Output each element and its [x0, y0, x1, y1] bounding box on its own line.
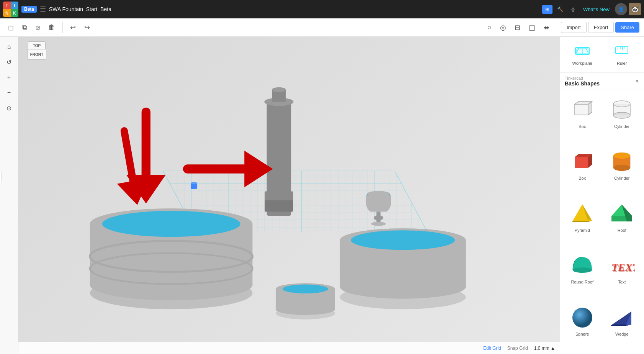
- small-object: [191, 182, 197, 189]
- pillar-base-section: [265, 200, 293, 212]
- shape-item-cylinder-orange[interactable]: Cylinder: [603, 145, 641, 195]
- svg-rect-24: [575, 104, 588, 115]
- ruler-label: Ruler: [617, 61, 627, 66]
- code-button[interactable]: {}: [568, 5, 578, 14]
- avatar-button[interactable]: 🐼: [629, 3, 641, 15]
- app-logo: T I N K: [3, 2, 18, 17]
- pillar-tube-cap: [272, 87, 286, 92]
- svg-point-7: [191, 182, 197, 184]
- canvas[interactable]: TOP FRONT: [18, 37, 560, 354]
- panel-top: Workplane Ruler: [560, 37, 644, 73]
- panel-collapse-button[interactable]: ›: [0, 171, 2, 183]
- shape-item-box-wire[interactable]: Box: [563, 93, 602, 143]
- copy-button[interactable]: ⧉: [19, 21, 31, 34]
- undo-button[interactable]: ↩: [67, 21, 79, 34]
- tools-button[interactable]: 🔨: [554, 5, 567, 14]
- shape-preview-cylinder-wire: [606, 97, 637, 123]
- fit-view-button[interactable]: ⊙: [2, 101, 16, 115]
- scene-svg: [18, 37, 560, 354]
- logo-n: N: [3, 9, 11, 17]
- workplane-icon: [575, 44, 590, 59]
- document-title[interactable]: SWA Fountain_Start_Beta: [49, 6, 539, 12]
- svg-point-52: [572, 308, 592, 328]
- shape-item-sphere[interactable]: Sphere: [563, 301, 602, 351]
- share-button[interactable]: Share: [615, 22, 639, 33]
- basin3-water: [283, 284, 328, 293]
- home-view-button[interactable]: ⌂: [2, 40, 16, 54]
- basin2-water: [351, 230, 455, 250]
- duplicate-button[interactable]: ⧇: [32, 21, 43, 34]
- shape-item-roof[interactable]: Roof: [603, 197, 641, 247]
- svg-point-34: [613, 112, 630, 118]
- shape-label-cylinder-orange: Cylinder: [614, 176, 629, 180]
- topbar-right: ⊞ 🔨 {} What's New 👤 🐼: [542, 3, 641, 15]
- svg-point-4: [371, 222, 386, 226]
- svg-point-39: [613, 152, 630, 159]
- 3d-scene: [18, 37, 560, 354]
- shape-label-roof: Roof: [618, 228, 626, 233]
- light-button[interactable]: ○: [484, 21, 495, 34]
- shape-label-box-red: Box: [579, 176, 586, 180]
- shape-label-sphere: Sphere: [575, 332, 589, 336]
- svg-rect-18: [577, 49, 588, 53]
- topbar: T I N K Beta ☰ SWA Fountain_Start_Beta ⊞…: [0, 0, 644, 18]
- shape-preview-box-red: [567, 148, 598, 175]
- shape-label-pyramid: Pyramid: [575, 228, 590, 233]
- snap-grid-label: Snap Grid: [507, 346, 528, 351]
- toolbar-divider-2: [557, 22, 557, 33]
- toolbar-divider: [62, 22, 63, 33]
- shape-preview-roof: [606, 200, 637, 227]
- right-panel: › Workplane: [560, 37, 644, 354]
- workplane-button[interactable]: Workplane: [565, 41, 600, 68]
- canvas-background: TOP FRONT: [18, 37, 560, 354]
- whats-new-button[interactable]: What's New: [579, 5, 613, 14]
- shape-label-wedge: Wedge: [615, 332, 629, 336]
- svg-marker-35: [575, 157, 588, 168]
- left-sidebar: ⌂ ↺ + − ⊙: [0, 37, 18, 354]
- ruler-button[interactable]: Ruler: [605, 41, 640, 68]
- align-button[interactable]: ⬌: [540, 21, 553, 34]
- grid-button[interactable]: ⊟: [511, 21, 524, 34]
- rotate-view-button[interactable]: ↺: [2, 55, 16, 69]
- ruler-icon: [614, 44, 629, 59]
- shape-item-wedge[interactable]: Wedge: [603, 301, 641, 351]
- shapes-grid: Box Cylinder: [560, 90, 644, 354]
- comment-button[interactable]: ◎: [497, 21, 510, 34]
- logo-k: K: [11, 9, 18, 17]
- shape-label-round-roof: Round Roof: [571, 280, 593, 284]
- main-area: ⌂ ↺ + − ⊙ TOP FRONT: [0, 37, 644, 354]
- zoom-in-button[interactable]: +: [2, 70, 16, 84]
- shape-item-box-red[interactable]: Box: [563, 145, 602, 195]
- toolbar-right: ○ ◎ ⊟ ◫ ⬌ Import Export Share: [484, 21, 639, 34]
- svg-point-49: [573, 267, 592, 273]
- import-button[interactable]: Import: [561, 22, 587, 33]
- zoom-out-button[interactable]: −: [2, 86, 16, 100]
- shape-item-text[interactable]: TEXT TEXT Text: [603, 249, 641, 299]
- shape-item-cylinder-wire[interactable]: Cylinder: [603, 93, 641, 143]
- shape-preview-wedge: [606, 304, 637, 331]
- shape-preview-sphere: [567, 304, 598, 331]
- export-button[interactable]: Export: [588, 22, 614, 33]
- beta-badge: Beta: [21, 6, 37, 13]
- secondary-toolbar: ◻ ⧉ ⧇ 🗑 ↩ ↪ ○ ◎ ⊟ ◫ ⬌ Import Export Shar…: [0, 18, 644, 37]
- category-value[interactable]: Basic Shapes: [565, 80, 633, 87]
- new-button[interactable]: ◻: [5, 21, 17, 34]
- workplane-label: Workplane: [572, 61, 592, 66]
- shape-preview-text: TEXT TEXT: [606, 252, 637, 279]
- shape-label-cylinder-wire: Cylinder: [614, 124, 629, 129]
- panel-selector: Tinkercad Basic Shapes ▼: [560, 73, 644, 90]
- delete-button[interactable]: 🗑: [45, 21, 59, 34]
- flatten-button[interactable]: ◫: [525, 21, 539, 34]
- edit-grid-button[interactable]: Edit Grid: [483, 346, 501, 351]
- shape-item-pyramid[interactable]: Pyramid: [563, 197, 602, 247]
- shape-preview-round-roof: [567, 252, 598, 279]
- shape-label-text: Text: [618, 280, 626, 284]
- snap-grid-value[interactable]: 1.0 mm ▲: [534, 346, 555, 351]
- grid-view-button[interactable]: ⊞: [542, 5, 552, 14]
- shape-preview-box-wire: [567, 97, 598, 123]
- user-button[interactable]: 👤: [615, 3, 627, 15]
- shape-item-round-roof[interactable]: Round Roof: [563, 249, 602, 299]
- shape-preview-pyramid: [567, 200, 598, 227]
- redo-button[interactable]: ↪: [81, 21, 93, 34]
- svg-rect-19: [616, 47, 628, 54]
